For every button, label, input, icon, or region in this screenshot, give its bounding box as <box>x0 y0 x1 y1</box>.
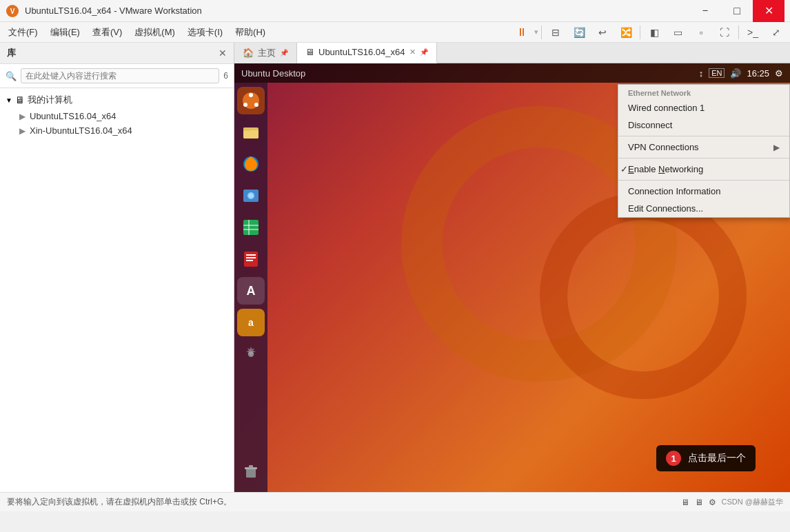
status-csdn-label: CSDN @赫赫益华 <box>722 497 783 507</box>
view1-button[interactable]: ▭ <box>667 23 689 41</box>
pause-button[interactable]: ⏸ <box>511 23 533 41</box>
lang-indicator: EN <box>709 68 725 78</box>
sidebar-app-trash[interactable] <box>237 458 265 485</box>
library-header: 库 ✕ <box>0 43 234 64</box>
ctx-sep-1 <box>618 136 789 136</box>
volume-icon[interactable]: 🔊 <box>730 68 741 79</box>
vm-label-ubuntu: UbuntuLTS16.04_x64 <box>30 111 117 121</box>
tab-close-icon[interactable]: ✕ <box>409 48 416 57</box>
home-icon: 🏠 <box>243 48 254 58</box>
title-bar-left: V UbuntuLTS16.04_x64 - VMware Workstatio… <box>6 4 202 18</box>
ctx-enable-networking[interactable]: Enable Networking <box>618 161 789 178</box>
sidebar-app-files[interactable] <box>237 119 265 146</box>
annotation-number: 1 <box>666 451 681 466</box>
window-controls: － □ ✕ <box>689 0 784 22</box>
my-computer-label: 我的计算机 <box>28 94 72 106</box>
sidebar-app-settings[interactable] <box>237 340 265 368</box>
ubuntu-header-right: ↕ EN 🔊 16:25 ⚙ <box>699 68 783 79</box>
search-bar: 🔍 6 <box>0 64 234 88</box>
sidebar-app-writer[interactable] <box>237 245 265 273</box>
tab-home-label: 主页 <box>258 47 276 59</box>
library-title: 库 <box>7 47 16 59</box>
status-icon-vm2: 🖥 <box>695 498 703 507</box>
svg-rect-7 <box>243 130 259 139</box>
ubuntu-desktop-title: Ubuntu Desktop <box>241 68 305 79</box>
sidebar-app-spreadsheet[interactable] <box>237 214 265 241</box>
search-input[interactable] <box>21 68 219 83</box>
ctx-wired-connection[interactable]: Wired connection 1 <box>618 99 789 116</box>
svg-point-5 <box>243 103 247 107</box>
revert-button[interactable]: ↩ <box>591 23 614 41</box>
pause-dropdown[interactable]: ▾ <box>534 28 538 37</box>
status-right-icons: 🖥 🖥 ⚙ CSDN @赫赫益华 <box>681 497 783 507</box>
svg-point-4 <box>254 103 259 107</box>
vm-viewport[interactable]: Ubuntu Desktop ↕ EN 🔊 16:25 ⚙ <box>234 63 790 492</box>
window-title: UbuntuLTS16.04_x64 - VMware Workstation <box>25 6 202 16</box>
settings-gear-icon[interactable]: ⚙ <box>775 68 783 79</box>
status-text: 要将输入定向到该虚拟机，请在虚拟机内部单击或按 Ctrl+G。 <box>7 496 232 508</box>
network-header-icon[interactable]: ↕ <box>699 68 704 79</box>
vm-icon-ubuntu: ▶ <box>19 112 26 121</box>
svg-rect-20 <box>246 260 253 261</box>
tree-root-my-computer[interactable]: ▼ 🖥 我的计算机 <box>0 91 234 109</box>
ctx-disconnect[interactable]: Disconnect <box>618 116 789 134</box>
menu-help[interactable]: 帮助(H) <box>230 23 271 41</box>
sidebar-app-photos[interactable] <box>237 182 265 209</box>
fullscreen-button[interactable]: ⛶ <box>713 23 736 41</box>
tree-area: ▼ 🖥 我的计算机 ▶ UbuntuLTS16.04_x64 ▶ Xin-Ubu… <box>0 88 234 492</box>
menu-vm[interactable]: 虚拟机(M) <box>129 23 181 41</box>
ctx-edit-connections[interactable]: Edit Connections... <box>618 200 789 217</box>
annotation-text: 点击最后一个 <box>688 452 746 464</box>
snapshot-button[interactable]: 🔄 <box>568 23 590 41</box>
ctx-sep-2 <box>618 158 789 158</box>
ctx-vpn-arrow: ▶ <box>773 143 780 152</box>
sidebar-app-ubuntu[interactable] <box>237 87 265 114</box>
minimize-button[interactable]: － <box>689 0 721 22</box>
network-button[interactable]: 🔀 <box>615 23 637 41</box>
vm-item-xin-ubuntu[interactable]: ▶ Xin-UbuntuLTS16.04_x64 <box>0 123 234 138</box>
svg-point-12 <box>249 194 253 198</box>
menu-edit[interactable]: 编辑(E) <box>45 23 85 41</box>
unity-button[interactable]: ◧ <box>643 23 665 41</box>
maximize-button[interactable]: □ <box>721 0 753 22</box>
ubuntu-desktop-header: Ubuntu Desktop ↕ EN 🔊 16:25 ⚙ <box>234 63 790 83</box>
svg-rect-8 <box>243 127 250 131</box>
tab-home-pin: 📌 <box>280 49 288 57</box>
status-icon-vm1: 🖥 <box>681 498 689 507</box>
sidebar-app-firefox[interactable] <box>237 150 265 178</box>
svg-rect-24 <box>249 465 253 468</box>
sidebar-app-fonts[interactable]: A <box>237 277 265 305</box>
send-ctrl-alt-del-button[interactable]: ⊟ <box>545 23 567 41</box>
ubuntu-app-sidebar: A a <box>234 83 267 492</box>
search-icon: 🔍 <box>6 71 17 81</box>
toolbar-divider-3 <box>738 25 739 39</box>
vm-label-xin: Xin-UbuntuLTS16.04_x64 <box>30 125 132 136</box>
vm-item-ubuntu[interactable]: ▶ UbuntuLTS16.04_x64 <box>0 109 234 123</box>
bg-decoration-2 <box>540 192 747 399</box>
menu-file[interactable]: 文件(F) <box>3 23 43 41</box>
svg-rect-17 <box>244 252 258 267</box>
status-bar: 要将输入定向到该虚拟机，请在虚拟机内部单击或按 Ctrl+G。 🖥 🖥 ⚙ CS… <box>0 492 790 511</box>
close-button[interactable]: ✕ <box>753 0 784 22</box>
library-close-icon[interactable]: ✕ <box>219 48 227 59</box>
toolbar-divider-1 <box>541 25 542 39</box>
view2-button[interactable]: ▫ <box>690 23 712 41</box>
vm-icon-xin: ▶ <box>19 126 26 136</box>
menu-tab[interactable]: 选项卡(I) <box>182 23 228 41</box>
tab-bar: 🏠 主页 📌 🖥 UbuntuLTS16.04_x64 ✕ 📌 <box>234 43 790 63</box>
ctx-ethernet-label: Ethernet Network <box>618 85 789 99</box>
console-button[interactable]: >_ <box>742 23 764 41</box>
network-context-menu: Ethernet Network Wired connection 1 Disc… <box>618 84 790 218</box>
library-panel: 库 ✕ 🔍 6 ▼ 🖥 我的计算机 ▶ UbuntuLTS16.04_x64 ▶… <box>0 43 234 492</box>
sidebar-app-amazon[interactable]: a <box>237 309 265 336</box>
ctx-vpn-connections[interactable]: VPN Connections ▶ <box>618 139 789 156</box>
tab-home[interactable]: 🏠 主页 📌 <box>234 43 297 63</box>
tab-ubuntu[interactable]: 🖥 UbuntuLTS16.04_x64 ✕ 📌 <box>297 43 437 63</box>
svg-text:V: V <box>10 8 15 15</box>
fit-window-button[interactable]: ⤢ <box>765 23 787 41</box>
menu-view[interactable]: 查看(V) <box>87 23 128 41</box>
content-area: 🏠 主页 📌 🖥 UbuntuLTS16.04_x64 ✕ 📌 Ubuntu D… <box>234 43 790 492</box>
expand-icon: ▼ <box>6 96 12 104</box>
search-count: 6 <box>223 71 228 81</box>
ctx-connection-info[interactable]: Connection Information <box>618 183 789 200</box>
